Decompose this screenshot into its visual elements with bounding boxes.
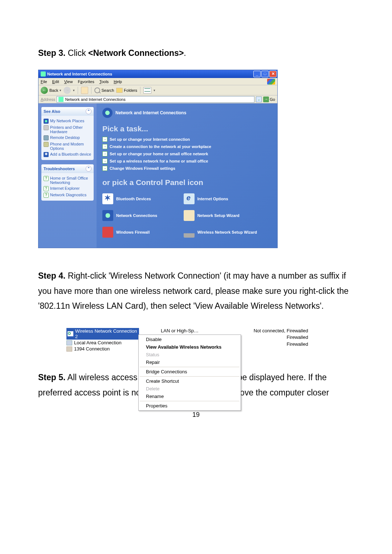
or-pick-heading: or pick a Control Panel icon	[102, 178, 271, 187]
sidebar-link-label: Printers and Other Hardware	[50, 125, 91, 134]
views-dropdown-icon: ▾	[154, 89, 155, 92]
help-icon: ?	[44, 186, 49, 191]
wifi-icon	[68, 331, 73, 336]
conn-status: Firewalled	[287, 335, 308, 340]
menu-item-rename[interactable]: Rename	[139, 393, 240, 400]
task-link[interactable]: →Set up or change your home or small off…	[102, 151, 271, 156]
conn-label: Wireless Network Connection 2	[75, 328, 138, 339]
panel-see-also-header[interactable]: See Also ⌃	[41, 107, 94, 116]
sidebar-link[interactable]: ?Home or Small Office Networking	[44, 175, 91, 185]
page-number: 19	[38, 411, 354, 419]
connection-1394[interactable]: 1394 Connection	[66, 346, 139, 352]
globe-icon	[44, 119, 49, 124]
conn-label: 1394 Connection	[74, 346, 110, 352]
toolbar: ← Back ▾ → ▾ Search Folders ▾	[38, 85, 277, 95]
sidebar-link-label: My Network Places	[50, 119, 84, 123]
cp-icon-internet-options[interactable]: Internet Options	[184, 193, 265, 204]
step4-prefix: Step 4.	[38, 271, 65, 280]
menu-item-properties[interactable]: Properties	[139, 402, 240, 410]
step4-line: Step 4. Right-click 'Wireless Network Co…	[38, 268, 354, 313]
menu-file[interactable]: File	[41, 79, 47, 84]
connection-wireless[interactable]: Wireless Network Connection 2	[66, 328, 139, 340]
panel-see-also: See Also ⌃ My Network PlacesPrinters and…	[41, 107, 94, 160]
task-arrow-icon: →	[102, 151, 107, 156]
task-link[interactable]: →Change Windows Firewall settings	[102, 166, 271, 171]
menu-view[interactable]: View	[64, 79, 73, 84]
menu-item-disable[interactable]: Disable	[139, 336, 240, 343]
printer-icon	[44, 125, 49, 130]
forward-dropdown-icon: ▾	[73, 89, 75, 92]
back-label: Back	[49, 88, 58, 93]
toolbar-separator	[91, 87, 91, 94]
sidebar-link-label: Phone and Modem Options	[50, 142, 91, 151]
menu-tools[interactable]: Tools	[99, 79, 109, 84]
sidebar-link[interactable]: ?Network Diagnostics	[44, 192, 91, 198]
folders-button[interactable]: Folders	[116, 88, 137, 93]
cp-label: Network Connections	[116, 213, 157, 218]
wiz-icon	[184, 210, 195, 221]
address-input[interactable]: Network and Internet Connections	[57, 96, 254, 103]
menu-separator	[140, 376, 240, 377]
help-icon: ?	[44, 176, 49, 181]
cp-label: Wireless Network Setup Wizard	[197, 230, 257, 234]
task-arrow-icon: →	[102, 137, 107, 142]
conn-label: Local Area Connection	[74, 340, 122, 345]
address-label: Address	[41, 97, 55, 102]
back-dropdown-icon: ▾	[60, 89, 61, 92]
menu-edit[interactable]: Edit	[52, 79, 59, 84]
task-label: Create a connection to the network at yo…	[110, 144, 211, 149]
cp-icon-bluetooth-devices[interactable]: Bluetooth Devices	[102, 193, 184, 204]
menu-item-repair[interactable]: Repair	[139, 358, 240, 366]
panel-troubleshooters: Troubleshooters ⌃ ?Home or Small Office …	[41, 164, 94, 201]
sidebar-link[interactable]: Phone and Modem Options	[44, 141, 91, 151]
wifi-icon	[184, 227, 195, 238]
bt-icon	[102, 193, 113, 204]
address-dropdown-button[interactable]: ⌄	[256, 97, 262, 102]
cp-label: Bluetooth Devices	[116, 197, 151, 201]
close-button[interactable]: ✕	[269, 71, 277, 77]
conn-status: Not connected, Firewalled	[254, 328, 308, 333]
menu-item-bridge-connections[interactable]: Bridge Connections	[139, 368, 240, 376]
sidebar-link[interactable]: ✱Add a Bluetooth device	[44, 151, 91, 158]
panel-trouble-header[interactable]: Troubleshooters ⌃	[41, 164, 94, 173]
connection-lan[interactable]: Local Area Connection	[66, 340, 139, 346]
menu-help[interactable]: Help	[114, 79, 122, 84]
task-arrow-icon: →	[102, 166, 107, 171]
step3-bold: <Network Connections>	[88, 48, 184, 58]
forward-button[interactable]: →	[64, 87, 71, 94]
sidebar-link[interactable]: Printers and Other Hardware	[44, 124, 91, 135]
cp-icon-windows-firewall[interactable]: Windows Firewall	[102, 227, 184, 238]
step3-line: Step 3. Click <Network Connections>.	[38, 47, 354, 59]
cp-icon-network-setup-wizard[interactable]: Network Setup Wizard	[184, 210, 265, 221]
minimize-button[interactable]: _	[253, 71, 261, 77]
task-link[interactable]: →Set up a wireless network for a home or…	[102, 159, 271, 164]
menu-separator	[140, 401, 240, 401]
sidebar-link[interactable]: My Network Places	[44, 118, 91, 124]
menu-separator	[140, 367, 240, 367]
window-title: Network and Internet Connections	[47, 72, 253, 76]
sidebar-link-label: Add a Bluetooth device	[50, 152, 91, 156]
views-button[interactable]	[143, 87, 151, 94]
menubar: File Edit View Favorites Tools Help	[38, 78, 277, 85]
menu-favorites[interactable]: Favorites	[78, 79, 94, 84]
up-button[interactable]	[81, 87, 88, 94]
context-menu: DisableView Available Wireless NetworksS…	[138, 335, 241, 411]
cp-label: Windows Firewall	[116, 230, 150, 234]
cp-icon-wireless-network-setup-wizard[interactable]: Wireless Network Setup Wizard	[184, 227, 265, 238]
task-link[interactable]: →Create a connection to the network at y…	[102, 144, 271, 149]
io-icon	[184, 193, 195, 204]
task-link[interactable]: →Set up or change your Internet connecti…	[102, 137, 271, 142]
menu-item-create-shortcut[interactable]: Create Shortcut	[139, 377, 240, 385]
maximize-button[interactable]: □	[261, 71, 269, 77]
task-arrow-icon: →	[102, 159, 107, 164]
search-button[interactable]: Search	[94, 87, 114, 93]
menu-item-view-available-wireless-networks[interactable]: View Available Wireless Networks	[139, 343, 240, 351]
cp-icon-network-connections[interactable]: Network Connections	[102, 210, 184, 221]
go-button[interactable]: → Go	[263, 97, 275, 102]
sidebar-link[interactable]: Remote Desktop	[44, 135, 91, 141]
windows-flag-icon	[267, 79, 275, 85]
main-content: Network and Internet Connections Pick a …	[97, 103, 277, 248]
sidebar-link[interactable]: ?Internet Explorer	[44, 185, 91, 192]
back-button[interactable]: ← Back ▾	[41, 87, 61, 94]
sidebar-link-label: Internet Explorer	[50, 186, 79, 190]
